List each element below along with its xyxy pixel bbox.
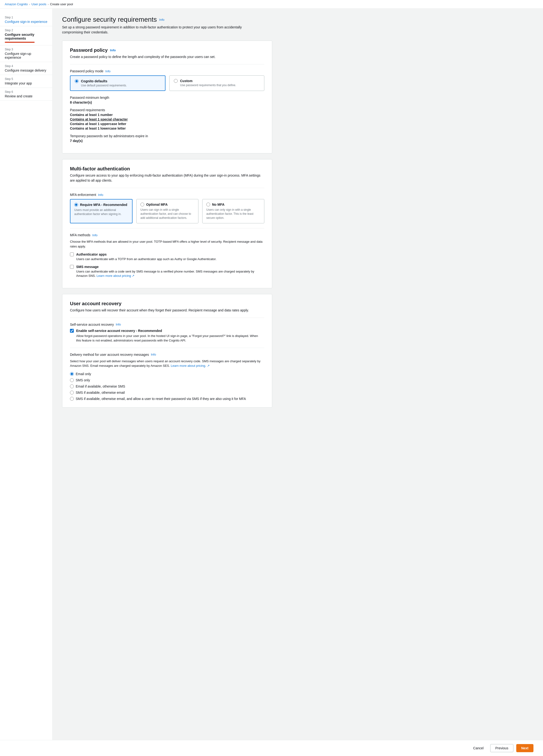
mfa-sms-learn-more[interactable]: Learn more about pricing ↗ bbox=[96, 274, 134, 278]
delivery-external-icon: ↗ bbox=[207, 364, 210, 367]
password-requirement-3: Contains at least 1 uppercase letter bbox=[70, 122, 264, 126]
mfa-require-option[interactable]: Require MFA - Recommended Users must pro… bbox=[70, 199, 132, 223]
delivery-email-only-radio[interactable] bbox=[70, 372, 74, 376]
recovery-divider-1 bbox=[70, 318, 264, 318]
password-policy-info-link[interactable]: Info bbox=[110, 48, 116, 52]
sidebar-step-5-title: Integrate your app bbox=[5, 81, 47, 85]
mfa-sms-message-title: SMS message bbox=[76, 265, 264, 269]
delivery-sms-only-label: SMS only bbox=[76, 378, 90, 382]
cancel-button[interactable]: Cancel bbox=[469, 744, 488, 752]
delivery-email-only[interactable]: Email only bbox=[70, 372, 264, 376]
sidebar-step-4: Step 4 Configure message delivery bbox=[0, 62, 52, 75]
breadcrumb-amazon-cognito[interactable]: Amazon Cognito bbox=[5, 2, 28, 6]
delivery-sms-if-available-radio[interactable] bbox=[70, 391, 74, 394]
breadcrumb-user-pools[interactable]: User pools bbox=[32, 2, 46, 6]
user-account-recovery-subtitle: Configure how users will recover their a… bbox=[70, 308, 264, 313]
delivery-options-group: Email only SMS only Email if available, … bbox=[70, 372, 264, 401]
mfa-enforcement-group: Require MFA - Recommended Users must pro… bbox=[70, 199, 264, 223]
delivery-email-if-available-label: Email if available, otherwise SMS bbox=[76, 384, 125, 388]
delivery-email-if-available[interactable]: Email if available, otherwise SMS bbox=[70, 384, 264, 388]
enable-self-service-desc: Allow forgot-password operations in your… bbox=[76, 334, 262, 343]
self-service-label: Self-service account recovery Info bbox=[70, 323, 264, 326]
password-mode-custom-radio[interactable] bbox=[174, 79, 178, 83]
delivery-sms-if-available-label: SMS if available, otherwise email bbox=[76, 391, 125, 394]
password-policy-title: Password policy Info bbox=[70, 47, 264, 53]
password-requirement-4: Contains at least 1 lowercase letter bbox=[70, 126, 264, 130]
previous-button[interactable]: Previous bbox=[490, 744, 513, 752]
mfa-authenticator-apps-desc: Users can authenticate with a TOTP from … bbox=[76, 257, 216, 261]
page-title-info-link[interactable]: Info bbox=[159, 18, 164, 21]
temp-password-value: 7 day(s) bbox=[70, 139, 264, 143]
delivery-method-info-link[interactable]: Info bbox=[151, 353, 156, 356]
password-mode-cognito-defaults[interactable]: Cognito defaults Use default password re… bbox=[70, 75, 165, 91]
mfa-none-desc: Users can only sign in with a single aut… bbox=[206, 208, 260, 220]
mfa-sms-message-desc: Users can authenticate with a code sent … bbox=[76, 269, 264, 278]
password-mode-custom[interactable]: Custom Use password requirements that yo… bbox=[169, 75, 264, 91]
password-mode-cognito-defaults-desc: Use default password requirements. bbox=[81, 84, 127, 87]
sidebar: Step 1 Configure sign-in experience Step… bbox=[0, 9, 53, 740]
main-content: Configure security requirements Info Set… bbox=[53, 9, 282, 740]
password-requirement-1: Contains at least 1 number bbox=[70, 113, 264, 117]
password-policy-card: Password policy Info Create a password p… bbox=[62, 41, 272, 153]
mfa-sms-message: SMS message Users can authenticate with … bbox=[70, 265, 264, 278]
breadcrumb: Amazon Cognito › User pools › Create use… bbox=[0, 0, 543, 9]
sidebar-step-4-title: Configure message delivery bbox=[5, 68, 47, 72]
mfa-authenticator-apps-checkbox[interactable] bbox=[70, 252, 74, 256]
sidebar-step-1: Step 1 Configure sign-in experience bbox=[0, 13, 52, 26]
mfa-optional-option[interactable]: Optional MFA Users can sign in with a si… bbox=[136, 199, 198, 223]
mfa-require-title: Require MFA - Recommended bbox=[80, 203, 127, 207]
delivery-sms-if-available[interactable]: SMS if available, otherwise email bbox=[70, 391, 264, 394]
delivery-learn-more[interactable]: Learn more about pricing. ↗ bbox=[171, 364, 210, 367]
self-service-info-link[interactable]: Info bbox=[116, 323, 121, 326]
mfa-require-radio[interactable] bbox=[74, 203, 78, 207]
recovery-divider-2 bbox=[70, 348, 264, 348]
password-mode-cognito-defaults-radio[interactable] bbox=[75, 79, 79, 83]
sidebar-step-1-link[interactable]: Configure sign-in experience bbox=[5, 20, 47, 24]
mfa-none-title: No MFA bbox=[212, 203, 224, 206]
delivery-sms-only[interactable]: SMS only bbox=[70, 378, 264, 382]
mfa-methods-subtitle: Choose the MFA methods that are allowed … bbox=[70, 239, 264, 249]
sidebar-step-2-title: Configure security requirements bbox=[5, 33, 47, 40]
password-requirements-row: Password requirements Contains at least … bbox=[70, 108, 264, 130]
mfa-optional-radio[interactable] bbox=[140, 203, 144, 206]
delivery-method-subtitle: Select how your user pool will deliver m… bbox=[70, 359, 264, 368]
password-mode-cognito-defaults-title: Cognito defaults bbox=[81, 79, 127, 83]
page-title: Configure security requirements Info bbox=[62, 16, 272, 23]
mfa-divider-2 bbox=[70, 228, 264, 228]
password-policy-subtitle: Create a password policy to define the l… bbox=[70, 54, 264, 59]
sidebar-step-5: Step 5 Integrate your app bbox=[0, 75, 52, 88]
sidebar-step-6-label: Step 6 bbox=[5, 90, 47, 94]
mfa-methods-info-link[interactable]: Info bbox=[92, 233, 98, 237]
mfa-none-option[interactable]: No MFA Users can only sign in with a sin… bbox=[202, 199, 264, 223]
delivery-email-only-label: Email only bbox=[76, 372, 91, 376]
delivery-sms-if-available-mfa[interactable]: SMS if available, otherwise email, and a… bbox=[70, 397, 264, 401]
sidebar-step-6: Step 6 Review and create bbox=[0, 88, 52, 101]
mfa-sms-message-checkbox[interactable] bbox=[70, 265, 74, 269]
mfa-enforcement-label: MFA enforcement Info bbox=[70, 193, 264, 197]
delivery-sms-if-available-mfa-label: SMS if available, otherwise email, and a… bbox=[76, 397, 246, 401]
mfa-title: Multi-factor authentication bbox=[70, 166, 264, 172]
delivery-email-if-available-radio[interactable] bbox=[70, 384, 74, 388]
sidebar-step-6-title: Review and create bbox=[5, 94, 47, 98]
temp-password-label: Temporary passwords set by administrator… bbox=[70, 134, 264, 138]
breadcrumb-sep-2: › bbox=[48, 3, 49, 6]
password-requirement-2: Contains at least 1 special character bbox=[70, 117, 264, 121]
sidebar-step-4-label: Step 4 bbox=[5, 64, 47, 68]
next-button[interactable]: Next bbox=[516, 744, 533, 752]
user-account-recovery-card: User account recovery Configure how user… bbox=[62, 294, 272, 408]
enable-self-service-checkbox[interactable] bbox=[70, 329, 74, 333]
user-account-recovery-title: User account recovery bbox=[70, 301, 264, 306]
delivery-sms-only-radio[interactable] bbox=[70, 378, 74, 382]
mfa-divider-1 bbox=[70, 188, 264, 188]
password-mode-info-link[interactable]: Info bbox=[105, 69, 110, 73]
mfa-optional-desc: Users can sign in with a single authenti… bbox=[140, 208, 194, 220]
delivery-sms-if-available-mfa-radio[interactable] bbox=[70, 397, 74, 401]
mfa-enforcement-info-link[interactable]: Info bbox=[98, 193, 103, 197]
password-min-length-row: Password minimum length 8 character(s) bbox=[70, 96, 264, 104]
mfa-methods-label: MFA methods Info bbox=[70, 233, 264, 237]
password-mode-custom-desc: Use password requirements that you defin… bbox=[180, 84, 236, 87]
sidebar-step-5-label: Step 5 bbox=[5, 77, 47, 81]
password-requirements-label: Password requirements bbox=[70, 108, 264, 112]
mfa-none-radio[interactable] bbox=[206, 203, 210, 206]
mfa-authenticator-apps: Authenticator apps Users can authenticat… bbox=[70, 252, 264, 261]
